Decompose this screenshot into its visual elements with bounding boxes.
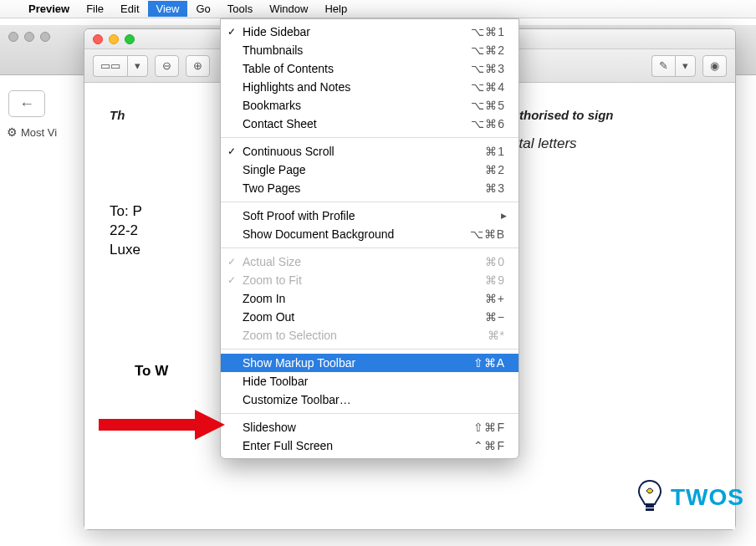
view-menu-dropdown: ✓Hide Sidebar⌥⌘1Thumbnails⌥⌘2Table of Co… [220,18,519,459]
chevron-down-icon: ▾ [135,59,140,72]
menubar-file[interactable]: File [78,1,112,17]
zoom-in-button[interactable]: ⊕ [186,55,210,77]
background-traffic-lights [8,32,50,42]
sidebar-icon: ▭▭ [100,59,120,72]
arrow-left-icon: ← [19,95,34,113]
menu-item-label: Slideshow [243,421,473,434]
menu-item-label: Hide Toolbar [243,375,505,388]
bg-close-button[interactable] [8,32,18,42]
menu-item-shortcut: ⌘3 [485,181,505,195]
menu-item-actual-size: ✓Actual Size⌘0 [221,253,518,271]
minimize-button[interactable] [109,34,119,44]
menubar-view[interactable]: View [148,1,188,17]
menu-item-label: Soft Proof with Profile [243,209,505,222]
menu-item-label: Zoom to Selection [243,329,488,342]
close-button[interactable] [93,34,103,44]
menu-item-shortcut: ⌘2 [485,163,505,176]
preview-traffic-lights [93,34,135,44]
menu-separator [221,413,518,414]
menu-item-show-markup-toolbar[interactable]: Show Markup Toolbar⇧⌘A [221,354,518,372]
menu-item-shortcut: ⌥⌘B [470,227,505,241]
back-button[interactable]: ← [8,90,45,117]
bg-sidebar-item[interactable]: ⚙ Most Vi [7,125,57,139]
menu-item-zoom-in[interactable]: Zoom In⌘+ [221,289,518,308]
menu-item-continuous-scroll[interactable]: ✓Continuous Scroll⌘1 [221,142,518,161]
highlight-menu-button[interactable]: ▾ [675,55,696,77]
menu-item-label: Zoom Out [243,310,485,324]
menu-item-label: Continuous Scroll [243,145,485,158]
menu-item-label: Highlights and Notes [243,80,471,94]
bg-zoom-button[interactable] [40,32,50,42]
checkmark-icon: ✓ [227,274,236,286]
menu-item-zoom-out[interactable]: Zoom Out⌘− [221,308,518,326]
gear-icon: ⚙ [7,125,18,139]
markup-segment: ✎ ▾ [651,55,696,77]
menu-item-label: Show Markup Toolbar [243,356,473,370]
highlighter-icon: ✎ [659,59,668,72]
menu-separator [221,247,518,248]
bg-minimize-button[interactable] [24,32,34,42]
menu-item-label: Hide Sidebar [243,25,471,38]
menubar-go[interactable]: Go [187,1,218,17]
menu-item-label: Contact Sheet [243,117,471,130]
menu-item-label: Actual Size [243,255,485,268]
menu-item-highlights-and-notes[interactable]: Highlights and Notes⌥⌘4 [221,78,518,96]
menu-item-label: Two Pages [243,181,485,195]
menu-item-hide-toolbar[interactable]: Hide Toolbar [221,372,518,390]
zoom-in-icon: ⊕ [193,59,202,72]
zoom-out-icon: ⊖ [162,59,171,72]
checkmark-icon: ✓ [227,145,236,157]
menu-item-label: Single Page [243,163,485,176]
highlight-button[interactable]: ✎ [651,55,675,77]
markup-toolbar-button[interactable]: ◉ [702,55,727,77]
menu-item-shortcut: ⇧⌘F [473,421,505,434]
menu-item-shortcut: ⌘− [485,310,505,324]
menu-item-customize-toolbar[interactable]: Customize Toolbar… [221,390,518,409]
menu-item-label: Zoom to Fit [243,273,485,287]
menu-item-table-of-contents[interactable]: Table of Contents⌥⌘3 [221,59,518,78]
zoom-button[interactable] [125,34,135,44]
menu-item-contact-sheet[interactable]: Contact Sheet⌥⌘6 [221,115,518,133]
menubar-app-name[interactable]: Preview [20,1,78,17]
menu-separator [221,349,518,350]
menu-item-hide-sidebar[interactable]: ✓Hide Sidebar⌥⌘1 [221,23,518,41]
menu-item-thumbnails[interactable]: Thumbnails⌥⌘2 [221,41,518,59]
menubar-edit[interactable]: Edit [112,1,147,17]
chevron-down-icon: ▾ [682,59,688,72]
menu-item-shortcut: ⌃⌘F [473,439,505,452]
zoom-out-button[interactable]: ⊖ [155,55,179,77]
watermark-text: TWOS [671,484,744,511]
menu-item-soft-proof-with-profile[interactable]: Soft Proof with Profile [221,207,518,225]
svg-rect-1 [646,508,654,511]
sidebar-toggle-button[interactable]: ▭▭ [93,55,127,77]
menu-item-slideshow[interactable]: Slideshow⇧⌘F [221,418,518,436]
menu-separator [221,137,518,138]
menu-item-label: Zoom In [243,292,485,305]
menu-item-zoom-to-fit: ✓Zoom to Fit⌘9 [221,271,518,289]
menu-item-label: Show Document Background [243,227,470,241]
menu-item-show-document-background[interactable]: Show Document Background⌥⌘B [221,225,518,243]
menu-item-label: Table of Contents [243,62,471,75]
menu-item-label: Customize Toolbar… [243,393,505,406]
menu-item-shortcut: ⌘9 [485,273,505,287]
menu-item-shortcut: ⌘+ [485,292,505,305]
lightbulb-icon [636,479,664,516]
menubar-help[interactable]: Help [316,1,355,17]
sidebar-menu-button[interactable]: ▾ [127,55,148,77]
menu-item-enter-full-screen[interactable]: Enter Full Screen⌃⌘F [221,436,518,455]
checkmark-icon: ✓ [227,26,236,38]
menu-item-shortcut: ⌘* [488,329,505,342]
menu-separator [221,202,518,202]
system-menubar: Preview File Edit View Go Tools Window H… [0,0,756,18]
menu-item-single-page[interactable]: Single Page⌘2 [221,161,518,179]
arrow-shaft [99,419,199,431]
menu-item-shortcut: ⌘1 [485,145,505,158]
menu-item-shortcut: ⌥⌘3 [471,62,505,75]
menubar-tools[interactable]: Tools [219,1,261,17]
menu-item-shortcut: ⇧⌘A [473,356,505,370]
menu-item-two-pages[interactable]: Two Pages⌘3 [221,179,518,197]
menu-item-bookmarks[interactable]: Bookmarks⌥⌘5 [221,96,518,115]
menubar-window[interactable]: Window [261,1,316,17]
menu-item-shortcut: ⌥⌘5 [471,99,505,112]
menu-item-shortcut: ⌥⌘2 [471,43,505,57]
